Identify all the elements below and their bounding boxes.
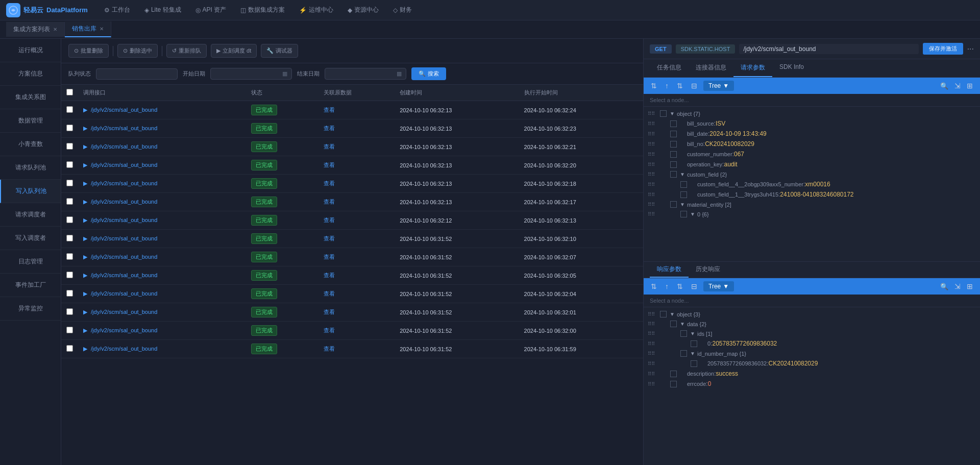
node-checkbox[interactable] — [680, 191, 687, 198]
relation-link[interactable]: 查看 — [324, 346, 335, 352]
node-checkbox[interactable] — [670, 141, 677, 148]
row-checkbox[interactable] — [66, 216, 73, 223]
tree-filter-btn[interactable]: ⊟ — [689, 81, 699, 91]
tree-sort2-btn[interactable]: ⇅ — [675, 81, 685, 91]
node-checkbox[interactable] — [680, 211, 687, 217]
tab-list-close[interactable]: ✕ — [53, 27, 57, 32]
drag-handle[interactable]: ⠿⠿ — [648, 211, 655, 217]
schedule-btn[interactable]: ▶ 立刻调度 dt — [211, 44, 257, 58]
drag-handle[interactable]: ⠿⠿ — [648, 111, 655, 116]
tree-node[interactable]: ⠿⠿ custom_field__1__3trygs3uh415 : 24100… — [644, 189, 980, 200]
tree-sort-btn[interactable]: ↑ — [663, 81, 671, 91]
drag-handle[interactable]: ⠿⠿ — [648, 131, 655, 137]
resp-tree-search-icon[interactable]: 🔍 — [940, 283, 948, 290]
node-checkbox[interactable] — [691, 340, 697, 347]
queue-status-input[interactable] — [96, 68, 178, 80]
tree-node[interactable]: ⠿⠿ ▼ material_entity [2] — [644, 200, 980, 209]
node-checkbox[interactable] — [670, 321, 677, 327]
node-checkbox[interactable] — [670, 381, 677, 387]
tab-sales[interactable]: 销售出库 ✕ — [65, 21, 111, 37]
tree-node[interactable]: ⠿⠿ customer_number : 067 — [644, 149, 980, 159]
end-date-picker[interactable]: ▦ — [325, 68, 406, 80]
nav-resource[interactable]: ◆ 资源中心 — [341, 4, 385, 16]
node-checkbox[interactable] — [670, 171, 677, 178]
requeue-btn[interactable]: ↺ 重新排队 — [166, 44, 207, 58]
drag-handle[interactable]: ⠿⠿ — [648, 361, 655, 366]
tree-type-selector[interactable]: Tree ▼ — [703, 81, 734, 91]
tab-sales-close[interactable]: ✕ — [100, 26, 104, 32]
tree-node[interactable]: ⠿⠿ bill_no : CK202410082029 — [644, 139, 980, 149]
tree-collapse-btn[interactable]: ⇅ — [649, 81, 659, 91]
nav-api[interactable]: ◎ API 资产 — [189, 4, 233, 16]
api-link[interactable]: /jdy/v2/scm/sal_out_bound — [91, 162, 157, 168]
sidebar-item-log[interactable]: 日志管理 — [0, 250, 61, 274]
sidebar-item-data[interactable]: 数据管理 — [0, 109, 61, 133]
relation-link[interactable]: 查看 — [324, 272, 335, 278]
row-checkbox[interactable] — [66, 290, 73, 297]
api-link[interactable]: /jdy/v2/scm/sal_out_bound — [91, 327, 157, 333]
node-checkbox[interactable] — [680, 350, 687, 357]
resp-tree-view-icon[interactable]: ⊞ — [965, 281, 975, 291]
tab-sdk-info[interactable]: SDK Info — [772, 59, 811, 77]
search-button[interactable]: 🔍 搜索 — [411, 67, 446, 80]
start-date-picker[interactable]: ▦ — [210, 68, 292, 80]
api-link[interactable]: /jdy/v2/scm/sal_out_bound — [91, 143, 157, 150]
delete-selected-btn[interactable]: ⊙ 删除选中 — [117, 44, 158, 58]
api-link[interactable]: /jdy/v2/scm/sal_out_bound — [91, 254, 157, 260]
relation-link[interactable]: 查看 — [324, 125, 335, 131]
drag-handle[interactable]: ⠿⠿ — [648, 341, 655, 347]
tree-node[interactable]: ⠿⠿ ▼ custom_field {2} — [644, 169, 980, 179]
relation-link[interactable]: 查看 — [324, 162, 335, 168]
drag-handle[interactable]: ⠿⠿ — [648, 202, 655, 207]
sidebar-item-relation[interactable]: 集成关系图 — [0, 86, 61, 109]
relation-link[interactable]: 查看 — [324, 143, 335, 150]
relation-link[interactable]: 查看 — [324, 107, 335, 113]
drag-handle[interactable]: ⠿⠿ — [648, 121, 655, 127]
debug-btn[interactable]: 🔧 调试器 — [261, 44, 298, 58]
drag-handle[interactable]: ⠿⠿ — [648, 371, 655, 377]
tree-node[interactable]: ⠿⠿ bill_date : 2024-10-09 13:43:49 — [644, 129, 980, 139]
nav-workbench[interactable]: ⚙ 工作台 — [98, 4, 136, 16]
node-checkbox[interactable] — [670, 161, 677, 168]
tree-node[interactable]: ⠿⠿ errcode : 0 — [644, 379, 980, 389]
drag-handle[interactable]: ⠿⠿ — [648, 152, 655, 157]
tab-list[interactable]: 集成方案列表 ✕ — [6, 22, 65, 37]
sidebar-item-query[interactable]: 小青查数 — [0, 133, 61, 156]
relation-link[interactable]: 查看 — [324, 217, 335, 223]
drag-handle[interactable]: ⠿⠿ — [648, 321, 655, 327]
resp-tree-type-selector[interactable]: Tree ▼ — [703, 281, 734, 291]
node-checkbox[interactable] — [680, 330, 687, 337]
node-checkbox[interactable] — [670, 151, 677, 158]
relation-link[interactable]: 查看 — [324, 290, 335, 297]
tab-response-params[interactable]: 响应参数 — [650, 262, 689, 278]
tab-connector-info[interactable]: 连接器信息 — [689, 59, 733, 77]
api-link[interactable]: /jdy/v2/scm/sal_out_bound — [91, 346, 157, 352]
sidebar-item-req-pool[interactable]: 请求队列池 — [0, 156, 61, 180]
row-checkbox[interactable] — [66, 143, 73, 150]
tree-node[interactable]: ⠿⠿ ▼ 0 {6} — [644, 209, 980, 219]
save-activate-btn[interactable]: 保存并激活 — [923, 43, 963, 55]
resp-tree-expand-icon[interactable]: ⇲ — [952, 281, 963, 291]
row-checkbox[interactable] — [66, 106, 73, 113]
row-checkbox[interactable] — [66, 327, 73, 333]
sidebar-item-info[interactable]: 方案信息 — [0, 62, 61, 86]
api-link[interactable]: /jdy/v2/scm/sal_out_bound — [91, 107, 157, 113]
nav-finance[interactable]: ◇ 财务 — [387, 4, 418, 16]
api-link[interactable]: /jdy/v2/scm/sal_out_bound — [91, 199, 157, 205]
relation-link[interactable]: 查看 — [324, 254, 335, 260]
tab-request-params[interactable]: 请求参数 — [733, 59, 772, 77]
row-checkbox[interactable] — [66, 308, 73, 315]
row-checkbox[interactable] — [66, 235, 73, 241]
row-checkbox[interactable] — [66, 161, 73, 168]
sidebar-item-overview[interactable]: 运行概况 — [0, 39, 61, 62]
drag-handle[interactable]: ⠿⠿ — [648, 182, 655, 187]
row-checkbox[interactable] — [66, 198, 73, 205]
drag-handle[interactable]: ⠿⠿ — [648, 311, 655, 317]
row-checkbox[interactable] — [66, 253, 73, 260]
sidebar-item-event[interactable]: 事件加工厂 — [0, 274, 61, 297]
row-checkbox[interactable] — [66, 345, 73, 352]
sidebar-item-exception[interactable]: 异常监控 — [0, 297, 61, 321]
select-all-checkbox[interactable] — [66, 89, 73, 95]
node-checkbox[interactable] — [670, 131, 677, 137]
tree-expand-icon[interactable]: ⇲ — [952, 81, 963, 91]
